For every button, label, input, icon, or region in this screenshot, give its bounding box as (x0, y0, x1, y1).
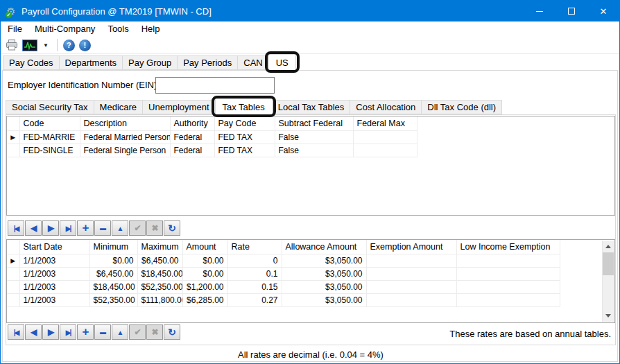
column-header[interactable]: Low Income Exemption (456, 240, 560, 254)
cell[interactable]: $0.00 (182, 254, 227, 267)
cell[interactable]: $6,450.00 (89, 267, 137, 280)
refresh-record-button[interactable]: ↻ (164, 220, 180, 236)
cell[interactable] (456, 254, 560, 267)
column-header[interactable]: Start Date (19, 240, 89, 254)
cell[interactable]: $0.00 (89, 254, 137, 267)
cell[interactable] (353, 130, 417, 144)
cell[interactable]: False (275, 130, 353, 144)
title-bar[interactable]: ⚙✓ Payroll Configuration @ TM2019 [TMWIN… (1, 1, 619, 21)
cell[interactable]: 1/1/2003 (19, 254, 89, 267)
tab-unemployment[interactable]: Unemployment (142, 100, 215, 114)
cell[interactable] (456, 280, 560, 293)
cell[interactable] (366, 267, 456, 280)
insert-record-button[interactable]: + (77, 220, 94, 236)
cell[interactable]: 0 (227, 254, 282, 267)
cell[interactable]: FED-SINGLE (19, 144, 80, 157)
cell[interactable]: $6,285.00 (182, 293, 227, 306)
tab-tax-tables[interactable]: Tax Tables (215, 98, 273, 115)
cell[interactable]: $0.00 (182, 267, 227, 280)
close-button[interactable]: ✕ (587, 1, 619, 21)
cell[interactable]: $6,450.00 (137, 254, 182, 267)
tab-social-security-tax[interactable]: Social Security Tax (6, 100, 94, 114)
help-button[interactable]: ? (61, 37, 77, 53)
column-header[interactable]: Exemption Amount (366, 240, 456, 254)
cell[interactable]: $18,450.00 (89, 280, 137, 293)
menu-multi-company[interactable]: Multi-Company (28, 21, 101, 37)
cell[interactable]: 1/1/2003 (19, 280, 89, 293)
cell[interactable]: 1/1/2003 (19, 293, 89, 306)
edit-record-button[interactable]: ▲ (112, 220, 128, 236)
column-header[interactable]: Amount (182, 240, 227, 254)
insert-record-button[interactable]: + (77, 324, 94, 340)
cell[interactable]: $3,050.00 (282, 267, 366, 280)
about-button[interactable]: ! (77, 37, 93, 53)
tab-cost-allocation[interactable]: Cost Allocation (350, 100, 422, 114)
cell[interactable]: 0.27 (227, 293, 282, 306)
delete-record-button[interactable]: ▬ (94, 324, 111, 340)
refresh-record-button[interactable]: ↻ (164, 324, 180, 340)
tm-screen-dropdown-button[interactable]: ▼ (40, 37, 53, 53)
cell[interactable]: FED-MARRIE (19, 130, 80, 144)
cell[interactable] (366, 254, 456, 267)
cell[interactable]: 0.15 (227, 280, 282, 293)
next-record-button[interactable]: ▶ (42, 324, 59, 340)
prior-record-button[interactable]: ◀ (25, 220, 42, 236)
column-header[interactable]: Code (19, 116, 80, 130)
vertical-scrollbar[interactable] (602, 241, 614, 322)
column-header[interactable]: Subtract Federal (275, 116, 353, 130)
column-header[interactable]: Description (80, 116, 170, 130)
tab-dll-tax-code-dll[interactable]: Dll Tax Code (dll) (421, 100, 502, 114)
last-record-button[interactable]: ▶| (60, 324, 76, 340)
cell[interactable]: $3,050.00 (282, 293, 366, 306)
tab-can[interactable]: CAN (237, 55, 268, 70)
tab-pay-codes[interactable]: Pay Codes (3, 55, 60, 70)
cell[interactable]: $111,800.00 (137, 293, 182, 306)
minimize-button[interactable] (524, 1, 556, 21)
menu-help[interactable]: Help (135, 21, 166, 37)
first-record-button[interactable]: |◀ (8, 324, 24, 340)
column-header[interactable]: Allowance Amount (282, 240, 366, 254)
menu-tools[interactable]: Tools (101, 21, 135, 37)
cell[interactable]: $1,200.00 (182, 280, 227, 293)
cell[interactable]: Federal Single Person (80, 144, 170, 157)
table-row[interactable]: ▶1/1/2003$0.00$6,450.00$0.000$3,050.00 (7, 254, 560, 267)
cell[interactable]: $3,050.00 (282, 254, 366, 267)
cell[interactable] (366, 280, 456, 293)
cell[interactable]: Federal (170, 130, 214, 144)
edit-record-button[interactable]: ▲ (112, 324, 128, 340)
cell[interactable]: FED TAX (214, 130, 275, 144)
next-record-button[interactable]: ▶ (42, 220, 59, 236)
cell[interactable] (456, 267, 560, 280)
post-record-button[interactable]: ✔ (129, 220, 146, 236)
cell[interactable] (353, 144, 417, 157)
cancel-record-button[interactable]: ✖ (146, 324, 163, 340)
column-header[interactable]: Authority (170, 116, 214, 130)
table-row[interactable]: 1/1/2003$6,450.00$18,450.00$0.000.1$3,05… (7, 267, 560, 280)
column-header[interactable]: Federal Max (353, 116, 417, 130)
scroll-down-button[interactable] (603, 310, 614, 322)
tm-screen-button[interactable] (20, 37, 40, 53)
cell[interactable] (366, 293, 456, 306)
column-header[interactable]: Maximum (137, 240, 182, 254)
cell[interactable] (456, 293, 560, 306)
last-record-button[interactable]: ▶| (60, 220, 76, 236)
table-row[interactable]: FED-SINGLEFederal Single PersonFederalFE… (7, 144, 417, 157)
column-header[interactable]: Minimum (89, 240, 137, 254)
cell[interactable]: $3,050.00 (282, 280, 366, 293)
table-row[interactable]: 1/1/2003$18,450.00$52,350.00$1,200.000.1… (7, 280, 560, 293)
delete-record-button[interactable]: ▬ (94, 220, 111, 236)
first-record-button[interactable]: |◀ (8, 220, 24, 236)
tab-pay-group[interactable]: Pay Group (122, 55, 178, 70)
maximize-button[interactable] (556, 1, 587, 21)
cell[interactable]: 1/1/2003 (19, 267, 89, 280)
cell[interactable]: Federal (170, 144, 214, 157)
tab-medicare[interactable]: Medicare (94, 100, 143, 114)
column-header[interactable]: Pay Code (214, 116, 275, 130)
menu-file[interactable]: File (1, 21, 28, 37)
cancel-record-button[interactable]: ✖ (146, 220, 163, 236)
cell[interactable]: $52,350.00 (137, 280, 182, 293)
cell[interactable]: FED TAX (214, 144, 275, 157)
column-header[interactable]: Rate (227, 240, 282, 254)
prior-record-button[interactable]: ◀ (25, 324, 42, 340)
table-row[interactable]: 1/1/2003$52,350.00$111,800.00$6,285.000.… (7, 293, 560, 306)
